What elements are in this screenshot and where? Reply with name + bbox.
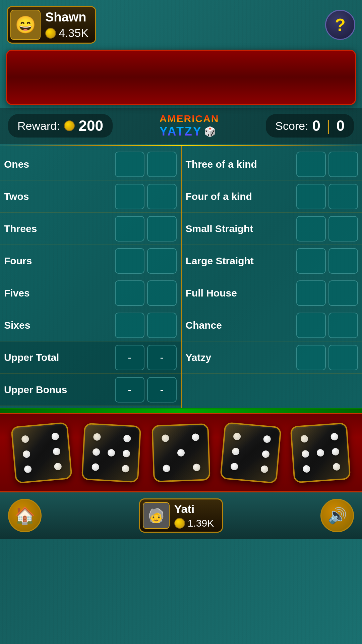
small-straight-label: Small Straight [186, 223, 294, 234]
upper-bonus-label: Upper Bonus [4, 384, 112, 395]
row-three-of-a-kind[interactable]: Three of a kind [182, 148, 362, 180]
die-4-dot-1 [233, 433, 241, 441]
row-twos[interactable]: Twos [0, 180, 181, 213]
row-yatzy[interactable]: Yatzy [182, 341, 362, 374]
threes-box-1[interactable] [115, 216, 144, 241]
die-3[interactable] [152, 423, 210, 482]
upper-total-val1: - [115, 345, 144, 370]
player-card: 😄 Shawn 4.35K [7, 6, 96, 44]
threes-box-2[interactable] [147, 216, 177, 241]
yatzy-box-1[interactable] [296, 345, 326, 370]
chance-box-1[interactable] [296, 313, 326, 338]
die-3-dot-9 [193, 464, 200, 471]
bottom-bar: 🏠 🧓 Yati 1.39K 🔊 [0, 492, 362, 539]
coin-icon [45, 28, 56, 39]
fives-label: Fives [4, 287, 112, 299]
game-logo: AMERICAN YATZY 🎲 [160, 113, 219, 139]
fives-box-1[interactable] [115, 280, 144, 306]
three-kind-box-1[interactable] [296, 152, 326, 177]
ones-box-2[interactable] [147, 152, 177, 177]
row-ones[interactable]: Ones [0, 148, 181, 180]
fives-box-2[interactable] [147, 280, 177, 306]
upper-total-label: Upper Total [4, 352, 112, 363]
large-straight-box-1[interactable] [296, 248, 326, 274]
current-coin-icon [174, 518, 185, 529]
twos-box-2[interactable] [147, 184, 177, 209]
current-coins-value: 1.39K [188, 518, 214, 529]
die-4-dot-6 [262, 450, 270, 458]
sixes-box-2[interactable] [147, 313, 177, 338]
four-of-a-kind-label: Four of a kind [186, 191, 294, 202]
sixes-label: Sixes [4, 320, 112, 331]
current-player-card: 🧓 Yati 1.39K [139, 498, 223, 533]
twos-box-1[interactable] [115, 184, 144, 209]
yatzy-box-2[interactable] [328, 345, 358, 370]
sound-icon: 🔊 [328, 506, 347, 525]
small-straight-box-2[interactable] [328, 216, 358, 241]
three-kind-box-2[interactable] [328, 152, 358, 177]
die-5[interactable] [290, 422, 351, 483]
row-upper-total: Upper Total - - [0, 341, 181, 374]
four-kind-box-2[interactable] [328, 184, 358, 209]
row-full-house[interactable]: Full House [182, 277, 362, 309]
full-house-box-1[interactable] [296, 280, 326, 306]
row-threes[interactable]: Threes [0, 213, 181, 245]
large-straight-box-2[interactable] [328, 248, 358, 274]
die-1-dot-9 [54, 463, 62, 471]
player-name: Shawn [45, 10, 88, 24]
twos-label: Twos [4, 191, 112, 202]
row-chance[interactable]: Chance [182, 309, 362, 341]
info-bar: Reward: 200 AMERICAN YATZY 🎲 Score: 0 | … [0, 108, 362, 144]
fours-box-2[interactable] [147, 248, 177, 274]
full-house-label: Full House [186, 287, 294, 299]
die-2[interactable] [81, 423, 141, 483]
die-1-dot-1 [21, 435, 29, 443]
row-fours[interactable]: Fours [0, 245, 181, 277]
player-info: Shawn 4.35K [45, 10, 88, 40]
logo-american: AMERICAN [160, 113, 219, 124]
row-small-straight[interactable]: Small Straight [182, 213, 362, 245]
ones-box-1[interactable] [115, 152, 144, 177]
die-1-dot-4 [23, 450, 31, 458]
die-4-dot-7 [231, 463, 239, 471]
three-of-a-kind-label: Three of a kind [186, 159, 294, 170]
reward-section: Reward: 200 [8, 114, 113, 138]
fours-box-1[interactable] [115, 248, 144, 274]
die-1-dot-3 [51, 433, 59, 441]
player-avatar: 😄 [10, 10, 41, 40]
die-1[interactable] [11, 422, 72, 484]
four-kind-box-1[interactable] [296, 184, 326, 209]
chance-box-2[interactable] [328, 313, 358, 338]
player-coins: 4.35K [45, 26, 88, 40]
sixes-box-1[interactable] [115, 313, 144, 338]
ones-label: Ones [4, 159, 112, 170]
row-four-of-a-kind[interactable]: Four of a kind [182, 180, 362, 213]
die-5-dot-5 [316, 449, 324, 457]
die-5-dot-3 [330, 433, 338, 441]
small-straight-box-1[interactable] [296, 216, 326, 241]
row-upper-bonus: Upper Bonus - - [0, 374, 181, 406]
upper-bonus-val1: - [115, 377, 144, 402]
die-2-dot-4 [93, 448, 100, 456]
progress-bar [0, 408, 362, 413]
full-house-box-2[interactable] [328, 280, 358, 306]
score-divider: | [326, 117, 330, 134]
die-4-dot-4 [232, 447, 240, 455]
reward-label: Reward: [17, 119, 60, 132]
current-player-coins: 1.39K [174, 518, 214, 529]
row-fives[interactable]: Fives [0, 277, 181, 309]
row-sixes[interactable]: Sixes [0, 309, 181, 341]
reward-value: 200 [79, 117, 103, 134]
help-button[interactable]: ? [325, 10, 355, 40]
die-4[interactable] [220, 422, 282, 484]
scorecard: Ones Twos Threes Fours [0, 146, 362, 408]
reward-coin-icon [64, 120, 75, 131]
home-button[interactable]: 🏠 [8, 499, 42, 532]
banner [6, 50, 356, 105]
logo-dice-icon: 🎲 [204, 126, 216, 137]
score-section: Score: 0 | 0 [266, 114, 354, 138]
upper-bonus-val2: - [147, 377, 177, 402]
die-5-dot-9 [333, 463, 340, 471]
row-large-straight[interactable]: Large Straight [182, 245, 362, 277]
sound-button[interactable]: 🔊 [320, 499, 354, 532]
